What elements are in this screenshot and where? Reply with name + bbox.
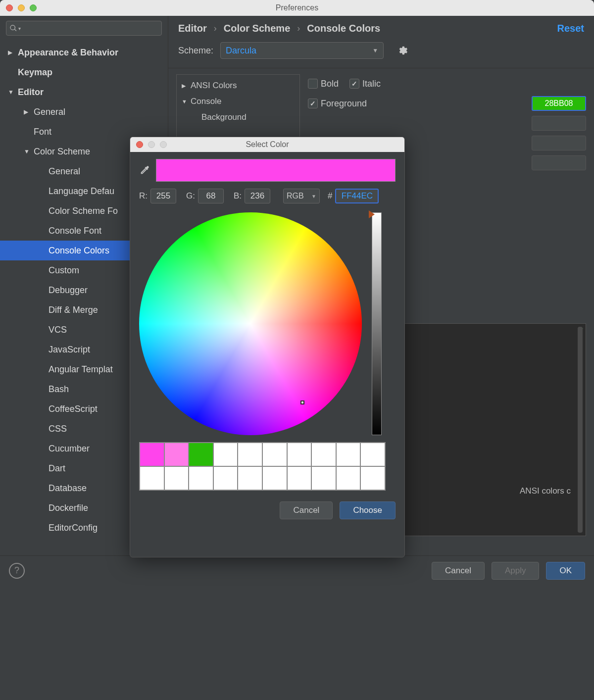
dialog-titlebar: Select Color [130, 137, 404, 152]
arrow-right-icon: ▶ [182, 83, 191, 89]
reset-link[interactable]: Reset [557, 23, 584, 34]
arrow-down-icon: ▼ [8, 89, 18, 96]
color-swatch[interactable] [213, 466, 238, 490]
bold-checkbox[interactable] [308, 79, 318, 89]
eyedropper-icon [139, 165, 150, 176]
scheme-settings-button[interactable] [396, 44, 409, 57]
sidebar-item-label: Database [49, 483, 87, 494]
sidebar-item-label: Debugger [49, 285, 88, 296]
color-swatch[interactable] [360, 466, 385, 490]
color-wheel-cursor[interactable] [300, 400, 304, 404]
color-swatch[interactable] [213, 443, 238, 466]
foreground-checkbox[interactable] [308, 99, 318, 108]
chevron-right-icon: › [214, 23, 217, 34]
color-swatch[interactable] [140, 443, 164, 466]
bold-label: Bold [321, 79, 339, 89]
italic-checkbox[interactable] [349, 79, 359, 89]
hash-label: # [328, 191, 332, 201]
dialog-button-bar: ? Cancel Apply OK [0, 555, 594, 585]
sidebar-item-label: Console Font [49, 226, 101, 236]
ok-button[interactable]: OK [546, 562, 585, 580]
eyedropper-button[interactable] [139, 165, 150, 176]
sidebar-item-appearance-behavior[interactable]: ▶Appearance & Behavior [0, 43, 168, 62]
sidebar-item-label: Diff & Merge [49, 305, 98, 315]
b-input[interactable]: 236 [245, 189, 270, 203]
color-swatch[interactable] [238, 466, 262, 490]
italic-label: Italic [362, 79, 381, 89]
color-swatches [139, 442, 386, 491]
scheme-label: Scheme: [178, 46, 213, 56]
search-input[interactable]: ▾ [6, 21, 162, 36]
b-label: B: [234, 191, 242, 201]
color-chip[interactable] [532, 116, 586, 131]
option-console[interactable]: ▼Console [177, 94, 299, 109]
color-swatch[interactable] [164, 443, 189, 466]
sidebar-item-label: CSS [49, 424, 67, 434]
color-wheel[interactable] [139, 212, 362, 435]
r-input[interactable]: 255 [150, 189, 176, 203]
color-swatch[interactable] [164, 466, 189, 490]
foreground-color-chip[interactable]: 28BB08 [532, 96, 586, 111]
scrollbar[interactable] [578, 327, 583, 533]
sidebar-item-label: Custom [49, 265, 79, 276]
help-button[interactable]: ? [9, 563, 25, 579]
option-background[interactable]: Background [177, 109, 299, 125]
color-swatch[interactable] [311, 466, 336, 490]
window-titlebar: Preferences [0, 0, 594, 16]
color-swatch[interactable] [287, 443, 312, 466]
color-swatch[interactable] [336, 466, 361, 490]
search-options-icon[interactable]: ▾ [18, 26, 21, 31]
arrow-right-icon: ▶ [8, 49, 18, 56]
sidebar-item-keymap[interactable]: Keymap [0, 62, 168, 82]
color-swatch[interactable] [360, 443, 385, 466]
sidebar-item-label: Color Scheme [34, 147, 90, 157]
brightness-slider[interactable] [372, 212, 382, 435]
g-label: G: [186, 191, 195, 201]
sidebar-item-label: Dart [49, 463, 65, 474]
color-chip[interactable] [532, 136, 586, 150]
sidebar-item-label: Language Defau [49, 186, 114, 197]
sidebar-item-label: Console Colors [49, 246, 109, 256]
apply-button[interactable]: Apply [492, 562, 540, 580]
breadcrumb-item[interactable]: Editor [178, 23, 207, 34]
picker-choose-button[interactable]: Choose [340, 501, 396, 519]
color-swatch[interactable] [262, 443, 287, 466]
search-icon [9, 24, 17, 32]
chevron-down-icon: ▼ [311, 194, 316, 199]
arrow-down-icon: ▼ [24, 148, 34, 155]
sidebar-item-label: CoffeeScript [49, 404, 98, 414]
sidebar-item-editor[interactable]: ▼Editor [0, 82, 168, 102]
picker-cancel-button[interactable]: Cancel [280, 501, 333, 519]
sidebar-item-label: Keymap [18, 67, 52, 78]
color-chip[interactable] [532, 155, 586, 170]
foreground-label: Foreground [321, 99, 367, 109]
arrow-down-icon: ▼ [182, 99, 191, 104]
scheme-value: Darcula [226, 46, 256, 56]
color-swatch[interactable] [189, 443, 213, 466]
hex-input[interactable]: FF44EC [335, 189, 379, 203]
sidebar-item-label: Bash [49, 384, 69, 395]
option-ansi-colors[interactable]: ▶ANSI Colors [177, 78, 299, 94]
window-title: Preferences [0, 3, 594, 12]
cancel-button[interactable]: Cancel [432, 562, 485, 580]
sidebar-item-general[interactable]: ▶General [0, 102, 168, 122]
color-swatch[interactable] [189, 466, 213, 490]
color-swatch[interactable] [287, 466, 312, 490]
color-swatch[interactable] [311, 443, 336, 466]
color-swatch[interactable] [140, 466, 164, 490]
color-swatch[interactable] [336, 443, 361, 466]
scheme-dropdown[interactable]: Darcula ▼ [220, 42, 384, 59]
chevron-down-icon: ▼ [372, 47, 378, 54]
color-swatch[interactable] [262, 466, 287, 490]
g-input[interactable]: 68 [198, 189, 224, 203]
color-picker-dialog: Select Color R: 255 G: 68 B: 236 RGB ▼ #… [130, 137, 405, 557]
color-swatch[interactable] [238, 443, 262, 466]
breadcrumb-item[interactable]: Color Scheme [224, 23, 290, 34]
sidebar-item-label: JavaScript [49, 345, 90, 355]
color-mode-dropdown[interactable]: RGB ▼ [283, 189, 320, 203]
sidebar-item-label: Dockerfile [49, 503, 88, 513]
gear-icon [397, 45, 408, 56]
r-label: R: [139, 191, 148, 201]
brightness-marker-icon[interactable] [369, 210, 375, 218]
sidebar-item-label: General [49, 166, 80, 177]
